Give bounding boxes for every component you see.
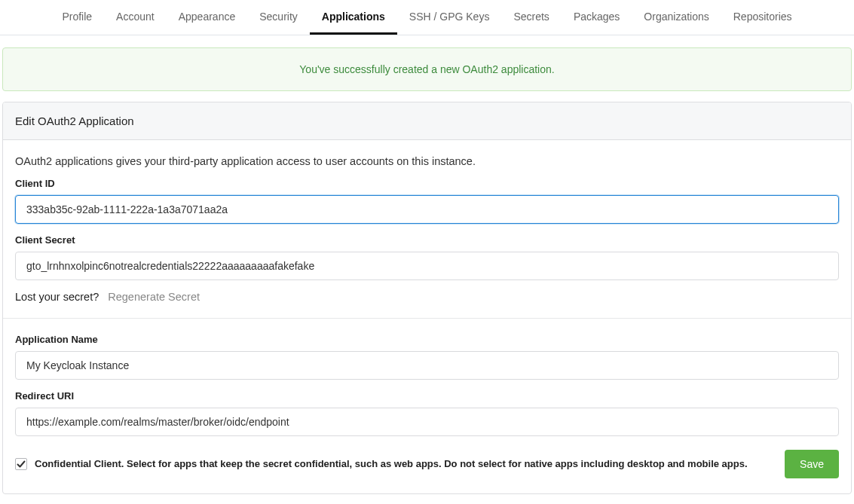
success-alert: You've successfully created a new OAuth2… (2, 47, 852, 91)
confidential-client-checkbox[interactable] (15, 458, 27, 470)
edit-oauth2-panel: Edit OAuth2 Application OAuth2 applicati… (2, 102, 852, 494)
tab-organizations[interactable]: Organizations (632, 0, 721, 35)
tab-appearance[interactable]: Appearance (167, 0, 248, 35)
settings-tabs: Profile Account Appearance Security Appl… (0, 0, 854, 35)
application-name-input[interactable] (15, 351, 839, 380)
check-icon (17, 460, 26, 469)
regen-prompt: Lost your secret? (15, 291, 99, 303)
tab-repositories[interactable]: Repositories (721, 0, 804, 35)
tab-packages[interactable]: Packages (562, 0, 632, 35)
application-name-label: Application Name (15, 334, 839, 345)
panel-description: OAuth2 applications gives your third-par… (15, 155, 839, 167)
tab-profile[interactable]: Profile (50, 0, 104, 35)
tab-security[interactable]: Security (247, 0, 310, 35)
regenerate-secret-link[interactable]: Regenerate Secret (108, 291, 200, 303)
redirect-uri-input[interactable] (15, 408, 839, 436)
save-button[interactable]: Save (785, 450, 839, 478)
tab-account[interactable]: Account (104, 0, 167, 35)
tab-ssh-gpg-keys[interactable]: SSH / GPG Keys (397, 0, 502, 35)
tab-secrets[interactable]: Secrets (501, 0, 561, 35)
client-id-label: Client ID (15, 178, 839, 189)
client-id-input[interactable] (15, 195, 839, 224)
tab-applications[interactable]: Applications (310, 0, 397, 35)
confidential-client-label: Confidential Client. Select for apps tha… (35, 457, 777, 471)
client-secret-input[interactable] (15, 252, 839, 280)
client-secret-label: Client Secret (15, 234, 839, 246)
redirect-uri-label: Redirect URI (15, 390, 839, 402)
alert-message: You've successfully created a new OAuth2… (299, 63, 554, 75)
panel-title: Edit OAuth2 Application (3, 102, 851, 140)
